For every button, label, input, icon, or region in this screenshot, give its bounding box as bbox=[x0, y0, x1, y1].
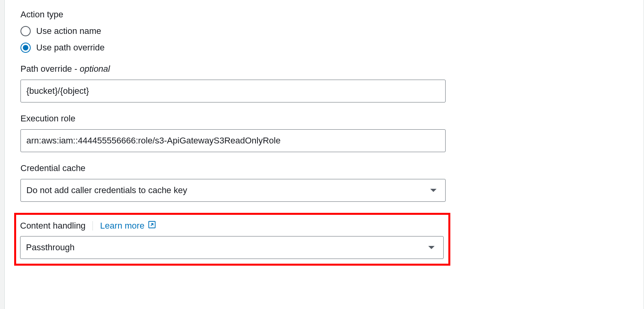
execution-role-label-text: Execution role bbox=[20, 114, 75, 124]
radio-circle-selected-icon bbox=[20, 43, 31, 53]
radio-use-path-override[interactable]: Use path override bbox=[20, 43, 453, 53]
action-type-label: Action type bbox=[20, 9, 453, 20]
action-type-label-text: Action type bbox=[20, 9, 63, 20]
content-handling-highlighted: Content handling Learn more Passthrough bbox=[14, 213, 450, 266]
credential-cache-selected-value: Do not add caller credentials to cache k… bbox=[26, 185, 187, 195]
external-link-icon bbox=[148, 220, 156, 231]
content-handling-label-row: Content handling Learn more bbox=[20, 220, 444, 231]
path-override-input[interactable] bbox=[20, 80, 446, 102]
action-type-radio-group: Use action name Use path override bbox=[20, 26, 453, 53]
radio-use-action-name[interactable]: Use action name bbox=[20, 26, 453, 36]
credential-cache-select[interactable]: Do not add caller credentials to cache k… bbox=[20, 179, 446, 202]
label-divider bbox=[93, 221, 93, 231]
form-panel: Action type Use action name Use path ove… bbox=[5, 0, 644, 309]
credential-cache-label-text: Credential cache bbox=[20, 163, 85, 173]
radio-circle-icon bbox=[20, 26, 31, 36]
radio-dot-icon bbox=[23, 45, 28, 50]
learn-more-link[interactable]: Learn more bbox=[100, 220, 156, 231]
credential-cache-label: Credential cache bbox=[20, 163, 453, 173]
path-override-section: Path override - optional bbox=[20, 64, 453, 102]
execution-role-label: Execution role bbox=[20, 114, 453, 124]
action-type-section: Action type Use action name Use path ove… bbox=[20, 9, 453, 53]
chevron-down-icon bbox=[428, 246, 435, 249]
path-override-label-text: Path override - optional bbox=[20, 64, 110, 74]
credential-cache-section: Credential cache Do not add caller crede… bbox=[20, 163, 453, 202]
content-handling-label-text: Content handling bbox=[20, 221, 85, 231]
learn-more-text: Learn more bbox=[100, 221, 144, 231]
execution-role-input[interactable] bbox=[20, 129, 446, 152]
left-border-strip bbox=[0, 0, 5, 309]
content-handling-select[interactable]: Passthrough bbox=[20, 236, 444, 259]
path-override-label: Path override - optional bbox=[20, 64, 453, 74]
radio-label-use-path-override: Use path override bbox=[36, 43, 105, 53]
execution-role-section: Execution role bbox=[20, 114, 453, 152]
chevron-down-icon bbox=[430, 189, 437, 192]
radio-label-use-action-name: Use action name bbox=[36, 26, 101, 36]
content-handling-selected-value: Passthrough bbox=[26, 242, 75, 253]
